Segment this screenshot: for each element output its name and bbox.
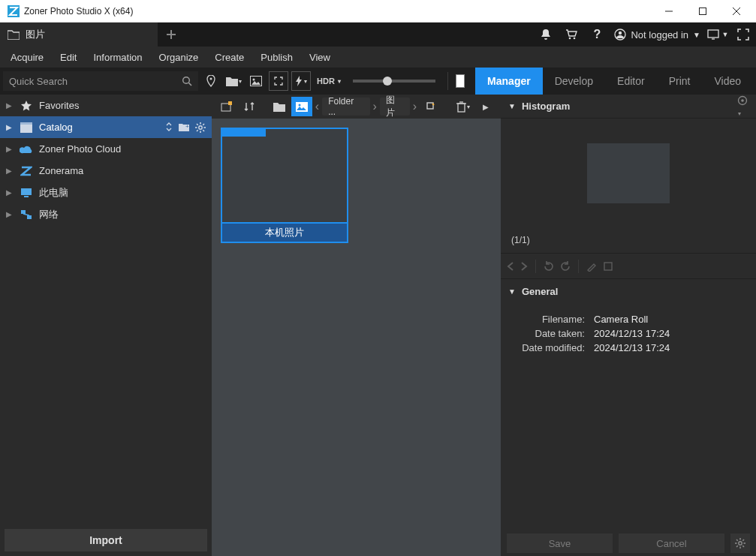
menu-edit[interactable]: Edit xyxy=(53,49,84,66)
nav-list: ▶ Favorites ▶ Catalog + ▶ xyxy=(0,95,212,524)
ctool-sort-icon[interactable] xyxy=(239,97,260,116)
catalog-icon xyxy=(20,122,33,133)
svg-rect-45 xyxy=(604,263,612,270)
minimize-button[interactable] xyxy=(652,0,685,23)
ctool-trash-icon[interactable]: ▾ xyxy=(453,97,474,116)
sidebar-item-this-pc[interactable]: ▶ 此电脑 xyxy=(0,182,212,203)
ctool-select-icon[interactable] xyxy=(216,97,237,116)
chevron-right-icon: › xyxy=(372,100,378,113)
rotate-right-icon[interactable] xyxy=(560,261,571,272)
general-header[interactable]: ▼ General xyxy=(501,279,756,303)
mode-print[interactable]: Print xyxy=(657,68,703,95)
thumbnail-caption: 本机照片 xyxy=(221,224,348,243)
sidebar-item-zonerama[interactable]: ▶ Zonerama xyxy=(0,160,212,182)
expand-tool-icon[interactable] xyxy=(269,71,288,91)
sidebar-item-label: 网络 xyxy=(39,208,59,221)
sidebar-item-catalog[interactable]: ▶ Catalog + xyxy=(0,116,212,138)
svg-point-7 xyxy=(569,38,571,40)
tool-1-icon[interactable] xyxy=(586,261,597,272)
save-button[interactable]: Save xyxy=(507,533,613,553)
bell-icon[interactable] xyxy=(533,23,559,47)
menu-acquire[interactable]: Acquire xyxy=(3,49,51,66)
body: ▶ Favorites ▶ Catalog + ▶ xyxy=(0,95,756,556)
new-tab-button[interactable] xyxy=(158,23,185,47)
mode-video[interactable]: Video xyxy=(702,68,753,95)
mode-develop[interactable]: Develop xyxy=(543,68,605,95)
svg-line-28 xyxy=(197,130,198,131)
svg-point-46 xyxy=(739,542,742,545)
image-tool-icon[interactable] xyxy=(246,71,266,91)
ctool-folder-icon[interactable] xyxy=(269,97,290,116)
expand-icon: ▶ xyxy=(6,167,14,175)
tool-2-icon[interactable] xyxy=(603,261,613,272)
fullscreen-icon[interactable] xyxy=(730,23,756,47)
menu-create[interactable]: Create xyxy=(207,49,251,66)
add-folder-icon[interactable]: + xyxy=(179,122,189,133)
svg-rect-11 xyxy=(708,30,718,38)
user-status-label: Not logged in xyxy=(631,29,688,41)
sort-icon[interactable] xyxy=(165,122,173,133)
expand-icon: ▶ xyxy=(6,145,14,153)
general-label: General xyxy=(522,286,558,297)
prev-icon[interactable] xyxy=(507,262,514,271)
thumbnail-image xyxy=(221,128,348,224)
sidebar-item-label: 此电脑 xyxy=(39,186,68,200)
svg-point-15 xyxy=(210,78,212,80)
svg-point-10 xyxy=(619,32,622,35)
import-button[interactable]: Import xyxy=(5,529,207,551)
window-buttons xyxy=(652,0,753,23)
maximize-button[interactable] xyxy=(685,0,719,23)
ctool-image-icon[interactable] xyxy=(291,97,312,116)
slider-knob[interactable] xyxy=(383,77,392,86)
ctool-more-icon[interactable]: ▶ xyxy=(475,97,496,116)
sidebar-item-cloud[interactable]: ▶ Zoner Photo Cloud xyxy=(0,138,212,160)
gear-icon[interactable] xyxy=(195,122,206,133)
sidebar-item-label: Catalog xyxy=(39,122,73,133)
help-icon[interactable]: ? xyxy=(584,23,610,47)
hdr-button[interactable]: HDR▾ xyxy=(314,77,344,86)
menu-publish[interactable]: Publish xyxy=(253,49,300,66)
histogram-count: (1/1) xyxy=(501,227,756,253)
meta-filename-value: Camera Roll xyxy=(594,314,648,325)
app-icon xyxy=(8,5,20,17)
breadcrumb-folder[interactable]: Folder ... xyxy=(322,98,369,116)
svg-rect-18 xyxy=(20,124,32,133)
location-icon[interactable] xyxy=(201,71,221,91)
cancel-button[interactable]: Cancel xyxy=(619,533,724,553)
folder-thumbnail[interactable]: 本机照片 xyxy=(221,128,348,243)
mode-editor[interactable]: Editor xyxy=(605,68,657,95)
cart-icon[interactable] xyxy=(559,23,584,47)
mode-manager[interactable]: Manager xyxy=(475,68,543,95)
bottom-gear-icon[interactable] xyxy=(730,533,750,553)
next-icon[interactable] xyxy=(520,262,528,271)
search-input[interactable] xyxy=(9,76,182,87)
svg-point-38 xyxy=(298,104,300,106)
expand-icon: ▶ xyxy=(6,210,14,218)
meta-filename-key: Filename: xyxy=(511,314,594,325)
quick-search[interactable] xyxy=(3,71,198,91)
close-button[interactable] xyxy=(719,0,753,23)
menu-information[interactable]: Information xyxy=(86,49,149,66)
histogram-header[interactable]: ▼ Histogram ▾ xyxy=(501,95,756,119)
sidebar-item-label: Zoner Photo Cloud xyxy=(39,143,121,155)
sidebar-item-favorites[interactable]: ▶ Favorites xyxy=(0,95,212,116)
chevron-left-icon[interactable]: ‹ xyxy=(314,100,321,113)
star-icon xyxy=(20,100,33,112)
svg-line-34 xyxy=(23,214,29,215)
user-status[interactable]: Not logged in ▼ xyxy=(610,23,705,47)
menu-view[interactable]: View xyxy=(302,49,338,66)
menu-organize[interactable]: Organize xyxy=(152,49,206,66)
sidebar-item-network[interactable]: ▶ 网络 xyxy=(0,203,212,225)
ctool-pin-icon[interactable] xyxy=(420,97,441,116)
tab-pictures[interactable]: 图片 xyxy=(0,23,158,47)
panel-settings-icon[interactable]: ▾ xyxy=(736,95,748,118)
display-icon[interactable]: ▼ xyxy=(705,23,730,47)
zoom-slider[interactable] xyxy=(353,80,435,83)
rotate-left-icon[interactable] xyxy=(544,261,554,272)
svg-text:+: + xyxy=(185,123,189,130)
folder-tool-icon[interactable]: ▾ xyxy=(224,71,243,91)
flash-tool-icon[interactable]: ▾ xyxy=(291,71,311,91)
device-icon[interactable] xyxy=(456,74,465,88)
zonerama-icon xyxy=(20,166,33,176)
breadcrumb-pictures[interactable]: 图片 xyxy=(380,98,410,116)
